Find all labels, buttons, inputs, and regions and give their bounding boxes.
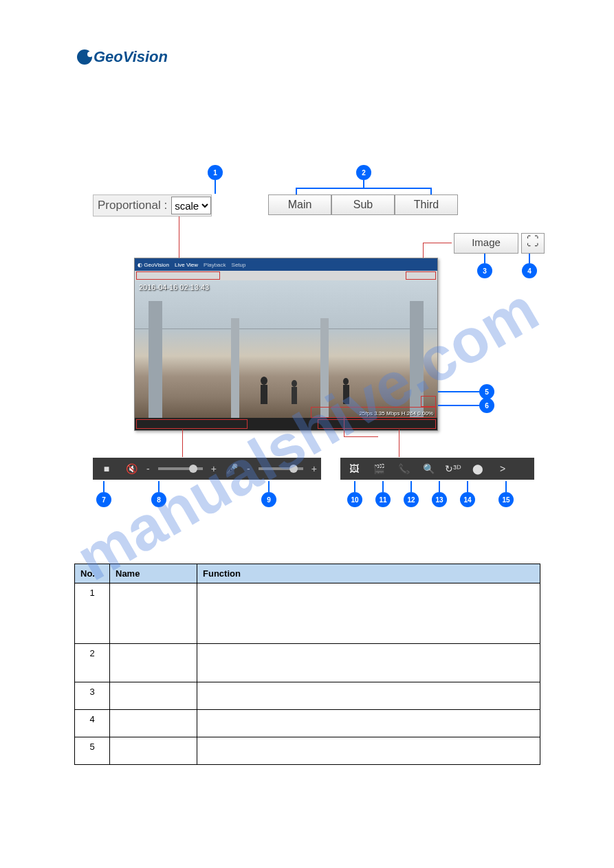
cell-no: 3 — [75, 682, 110, 710]
svg-rect-9 — [343, 385, 349, 404]
image-button[interactable]: Image — [454, 233, 518, 254]
cell-name — [110, 710, 197, 737]
callout-8: 8 — [151, 492, 166, 507]
callout-9: 9 — [261, 492, 276, 507]
callout-14: 14 — [460, 492, 475, 507]
minus-icon: - — [247, 463, 250, 474]
callout-line — [505, 481, 507, 492]
cell-no: 1 — [75, 583, 110, 644]
mic-button[interactable]: 🎤 — [222, 460, 241, 477]
cell-func — [197, 737, 540, 765]
proportional-bar: Proportional : scale — [93, 194, 212, 216]
viewer-tab[interactable]: Setup — [232, 262, 246, 268]
callout-line — [439, 481, 440, 492]
callout-2: 2 — [356, 165, 371, 180]
brand-logo: GeoVision — [77, 48, 168, 66]
scene-person — [341, 378, 351, 404]
callout-line — [438, 405, 479, 406]
table-row: 3 — [75, 682, 540, 710]
scene-pillar — [320, 318, 329, 418]
record-button[interactable]: 🎬 — [369, 460, 388, 477]
callout-13: 13 — [432, 492, 447, 507]
scale-select[interactable]: scale — [171, 197, 211, 214]
scene-pillar — [231, 318, 239, 418]
3d-button[interactable]: ↻³ᴰ — [443, 460, 463, 477]
highlight-box — [318, 419, 436, 429]
scene-pillar — [149, 301, 162, 418]
svg-point-6 — [292, 380, 297, 387]
callout-4: 4 — [522, 263, 537, 278]
ptz-button[interactable]: ⬤ — [468, 460, 487, 477]
tab-third[interactable]: Third — [395, 194, 458, 215]
cell-func — [197, 682, 540, 710]
cell-name — [110, 682, 197, 710]
talk-button[interactable]: 📞 — [394, 460, 413, 477]
svg-rect-1 — [231, 318, 239, 418]
leader-line — [182, 430, 183, 457]
leader-line — [344, 436, 378, 437]
callout-3: 3 — [477, 263, 492, 278]
callout-line — [484, 254, 485, 263]
viewer-titlebar: ◐ GeoVision Live View Playback Setup — [135, 258, 437, 271]
callout-line — [430, 188, 432, 194]
table-row: 1 — [75, 583, 540, 644]
svg-point-4 — [261, 377, 267, 385]
leader-line — [399, 430, 399, 457]
svg-rect-2 — [320, 318, 329, 418]
logo-icon — [77, 49, 92, 65]
control-toolbar: 🖼 🎬 📞 🔍 ↻³ᴰ ⬤ > — [340, 458, 534, 480]
plus-icon: + — [211, 463, 217, 474]
timestamp-overlay: 2016-04-16 02:13:43 — [139, 283, 209, 291]
viewer-toolbar — [135, 418, 437, 430]
callout-line — [296, 188, 432, 189]
callout-line — [438, 391, 479, 392]
callout-line — [529, 254, 530, 263]
proportional-label: Proportional : — [94, 199, 171, 212]
callout-line — [410, 481, 412, 492]
tab-sub[interactable]: Sub — [331, 194, 395, 215]
cell-func — [197, 583, 540, 644]
zoom-button[interactable]: 🔍 — [419, 460, 438, 477]
viewer-tab[interactable]: Playback — [204, 262, 226, 268]
callout-line — [158, 481, 160, 492]
stop-button[interactable]: ■ — [97, 460, 116, 477]
controls-table: No. Name Function 1 2 3 4 5 — [74, 564, 540, 765]
cell-func — [197, 710, 540, 737]
cell-no: 2 — [75, 644, 110, 682]
snapshot-button[interactable]: 🖼 — [344, 460, 364, 477]
cell-name — [110, 737, 197, 765]
leader-line — [423, 243, 452, 243]
cell-no: 4 — [75, 710, 110, 737]
more-button[interactable]: > — [493, 460, 512, 477]
viewer-logo: ◐ GeoVision — [138, 262, 169, 268]
cell-name — [110, 644, 197, 682]
callout-15: 15 — [498, 492, 514, 507]
viewer-tab[interactable]: Live View — [175, 262, 198, 268]
scene-person — [289, 380, 299, 404]
callout-line — [382, 481, 384, 492]
cell-func — [197, 644, 540, 682]
callout-12: 12 — [404, 492, 419, 507]
fullscreen-button[interactable]: ⛶ — [521, 233, 545, 254]
minus-icon: - — [146, 463, 150, 474]
svg-rect-5 — [261, 385, 267, 404]
table-row: 2 — [75, 644, 540, 682]
highlight-box — [136, 271, 220, 280]
col-func: Function — [197, 564, 540, 583]
callout-line — [215, 180, 216, 194]
mute-button[interactable]: 🔇 — [122, 460, 141, 477]
col-no: No. — [75, 564, 110, 583]
leader-line — [344, 416, 344, 436]
table-row: 4 — [75, 710, 540, 737]
svg-point-8 — [343, 378, 349, 385]
logo-text: GeoVision — [94, 48, 168, 66]
mic-slider[interactable] — [259, 467, 303, 470]
callout-5: 5 — [479, 384, 494, 399]
stream-tabs: Main Sub Third — [268, 194, 458, 215]
callout-11: 11 — [375, 492, 391, 507]
volume-slider[interactable] — [158, 467, 203, 470]
viewer-subbar — [135, 271, 437, 280]
tab-main[interactable]: Main — [268, 194, 331, 215]
cell-name — [110, 583, 197, 644]
callout-line — [467, 481, 468, 492]
